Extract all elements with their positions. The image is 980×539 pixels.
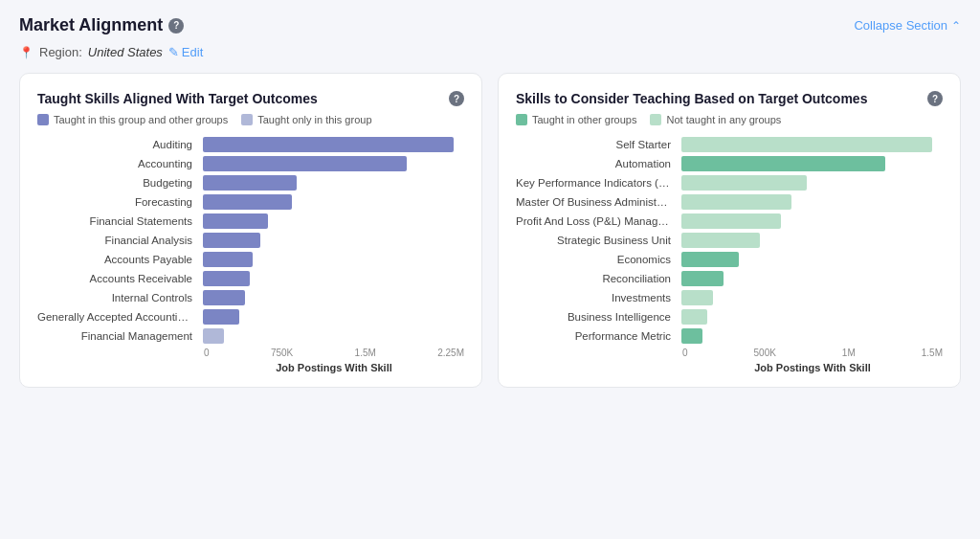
title-text: Market Alignment: [19, 15, 163, 35]
bar-label: Profit And Loss (P&L) Management: [516, 215, 677, 227]
collapse-button[interactable]: Collapse Section ⌃: [854, 18, 961, 33]
axis-label: 0: [204, 348, 210, 358]
pencil-icon: ✎: [168, 45, 179, 59]
left-chart-card: Taught Skills Aligned With Target Outcom…: [19, 73, 482, 388]
bar-label: Accounts Receivable: [37, 273, 198, 284]
left-legend: Taught in this group and other groups Ta…: [37, 114, 464, 125]
bar-fill: [681, 290, 713, 305]
bar-track: [203, 252, 464, 267]
bar-fill: [681, 309, 707, 325]
left-legend-item-0: Taught in this group and other groups: [37, 114, 228, 125]
bar-row: Auditing: [37, 137, 464, 152]
left-bar-chart: AuditingAccountingBudgetingForecastingFi…: [37, 137, 464, 344]
left-axis-title: Job Postings With Skill: [37, 362, 464, 373]
title-help-icon[interactable]: ?: [168, 18, 184, 34]
bar-row: Strategic Business Unit: [516, 233, 943, 248]
bar-row: Key Performance Indicators (KPIs): [516, 175, 943, 191]
bar-row: Budgeting: [37, 175, 464, 191]
axis-label: 1.5M: [922, 348, 943, 358]
bar-track: [203, 213, 464, 229]
bar-track: [681, 252, 943, 267]
bar-row: Profit And Loss (P&L) Management: [516, 213, 943, 229]
bar-fill: [203, 213, 268, 229]
bar-fill: [681, 137, 932, 152]
axis-label: 1.5M: [355, 348, 376, 358]
bar-label: Forecasting: [37, 196, 198, 208]
left-legend-label-1: Taught only in this group: [257, 114, 371, 125]
bar-track: [203, 290, 464, 305]
bar-track: [681, 309, 943, 325]
bar-fill: [203, 252, 253, 267]
bar-track: [681, 290, 943, 305]
bar-track: [203, 271, 464, 286]
bar-track: [681, 328, 943, 344]
bar-label: Accounts Payable: [37, 254, 198, 265]
axis-label: 750K: [271, 348, 293, 358]
left-card-help-icon[interactable]: ?: [449, 91, 464, 106]
left-legend-item-1: Taught only in this group: [241, 114, 371, 125]
bar-row: Internal Controls: [37, 290, 464, 305]
left-legend-label-0: Taught in this group and other groups: [54, 114, 228, 125]
bar-label: Reconciliation: [516, 273, 677, 284]
bar-track: [203, 328, 464, 344]
right-legend-item-1: Not taught in any groups: [650, 114, 781, 125]
bar-track: [203, 309, 464, 325]
region-row: 📍 Region: United States ✎ Edit: [19, 45, 961, 59]
right-bar-chart: Self StarterAutomationKey Performance In…: [516, 137, 943, 344]
bar-row: Accounts Receivable: [37, 271, 464, 286]
bar-track: [681, 233, 943, 248]
bar-track: [681, 175, 943, 191]
axis-label: 500K: [754, 348, 776, 358]
page-container: Market Alignment ? Collapse Section ⌃ 📍 …: [0, 0, 980, 539]
bar-label: Generally Accepted Accounting Principles: [37, 311, 198, 323]
edit-button[interactable]: ✎ Edit: [168, 45, 203, 59]
region-value: United States: [88, 45, 163, 59]
bar-fill: [681, 271, 724, 286]
right-legend: Taught in other groups Not taught in any…: [516, 114, 943, 125]
bar-track: [681, 213, 943, 229]
bar-fill: [681, 233, 760, 248]
bar-track: [203, 194, 464, 210]
bar-label: Automation: [516, 158, 677, 169]
right-legend-label-0: Taught in other groups: [532, 114, 636, 125]
bar-fill: [681, 328, 702, 344]
bar-fill: [681, 194, 791, 210]
bar-row: Investments: [516, 290, 943, 305]
bar-track: [203, 156, 464, 171]
bar-fill: [203, 271, 250, 286]
bar-track: [203, 175, 464, 191]
bar-track: [681, 137, 943, 152]
bar-row: Performance Metric: [516, 328, 943, 344]
right-axis-row: 0500K1M1.5M: [516, 348, 943, 358]
right-axis-title: Job Postings With Skill: [516, 362, 943, 373]
bar-fill: [203, 156, 407, 171]
bar-label: Master Of Business Administration (MBA): [516, 196, 677, 208]
bar-fill: [203, 175, 297, 191]
bar-label: Investments: [516, 292, 677, 303]
bar-row: Accounting: [37, 156, 464, 171]
bar-fill: [203, 194, 292, 210]
bar-fill: [681, 213, 781, 229]
chevron-up-icon: ⌃: [951, 19, 961, 33]
bar-row: Automation: [516, 156, 943, 171]
right-axis-labels: 0500K1M1.5M: [682, 348, 943, 358]
bar-label: Performance Metric: [516, 330, 677, 342]
collapse-label: Collapse Section: [854, 18, 947, 33]
bar-label: Accounting: [37, 158, 198, 169]
bar-row: Reconciliation: [516, 271, 943, 286]
bar-row: Financial Statements: [37, 213, 464, 229]
bar-label: Strategic Business Unit: [516, 235, 677, 246]
axis-label: 2.25M: [437, 348, 464, 358]
right-legend-swatch-0: [516, 114, 527, 125]
left-axis-labels: 0750K1.5M2.25M: [204, 348, 464, 358]
bar-row: Self Starter: [516, 137, 943, 152]
bar-fill: [203, 328, 224, 344]
right-chart-card: Skills to Consider Teaching Based on Tar…: [498, 73, 961, 388]
right-card-help-icon[interactable]: ?: [927, 91, 943, 106]
bar-track: [203, 233, 464, 248]
bar-row: Forecasting: [37, 194, 464, 210]
axis-label: 1M: [842, 348, 856, 358]
section-title: Market Alignment ?: [19, 15, 184, 35]
bar-label: Financial Statements: [37, 215, 198, 227]
bar-fill: [681, 175, 807, 191]
